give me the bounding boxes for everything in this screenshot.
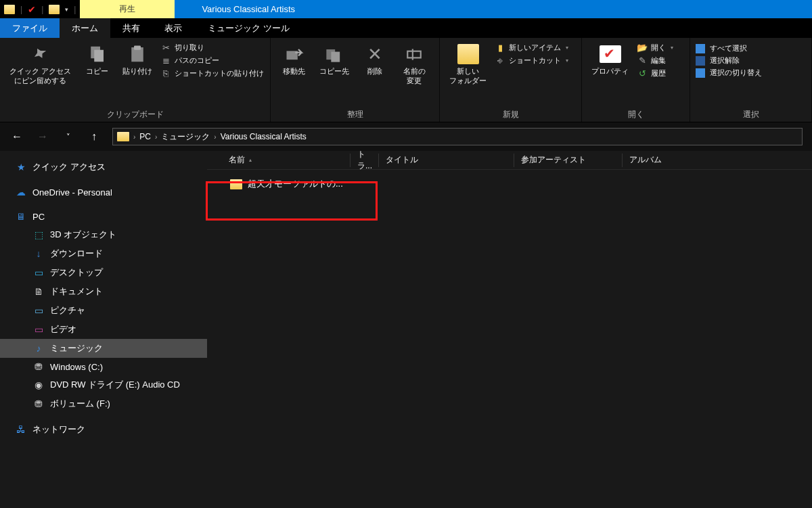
- paste-shortcut-label: ショートカットの貼り付け: [175, 68, 264, 78]
- rename-button[interactable]: 名前の 変更: [397, 41, 432, 89]
- history-button[interactable]: ↺履歴: [637, 68, 673, 78]
- col-name[interactable]: 名前: [222, 154, 351, 167]
- desktop-icon: ▭: [32, 267, 45, 278]
- new-item-icon: ▮: [495, 42, 505, 53]
- list-item[interactable]: 超天才モーツァルトの...: [207, 174, 812, 194]
- chevron-right-icon[interactable]: ›: [133, 133, 135, 141]
- copy-button[interactable]: コピー: [79, 41, 114, 79]
- properties-label: プロパティ: [591, 67, 629, 76]
- edit-button[interactable]: ✎編集: [637, 55, 673, 66]
- nav-pictures[interactable]: ▭ピクチャ: [0, 301, 207, 320]
- invert-selection-button[interactable]: 選択の切り替え: [696, 68, 762, 78]
- tab-view[interactable]: 表示: [152, 18, 194, 38]
- copy-path-button[interactable]: ≣パスのコピー: [160, 55, 264, 66]
- group-select-label: 選択: [696, 107, 806, 120]
- nav-music[interactable]: ♪ミュージック: [0, 339, 207, 358]
- checkmark-icon: ✔: [28, 4, 36, 15]
- tab-home[interactable]: ホーム: [60, 18, 110, 38]
- pin-icon: [30, 43, 51, 65]
- col-album[interactable]: アルバム: [623, 154, 731, 167]
- tab-music-tools[interactable]: ミュージック ツール: [196, 18, 302, 38]
- move-label: 移動先: [283, 67, 305, 76]
- col-artist[interactable]: 参加アーティスト: [514, 154, 623, 167]
- nav-pc[interactable]: 🖥PC: [0, 208, 207, 225]
- properties-button[interactable]: プロパティ: [587, 41, 633, 79]
- ribbon-tabs: ファイル ホーム 共有 表示 ミュージック ツール: [0, 18, 812, 38]
- tab-file[interactable]: ファイル: [0, 18, 60, 38]
- nav-desktop[interactable]: ▭デスクトップ: [0, 263, 207, 282]
- cut-button[interactable]: ✂切り取り: [160, 42, 264, 53]
- pc-icon: 🖥: [15, 211, 27, 222]
- nav-drive-e[interactable]: ◉DVD RW ドライブ (E:) Audio CD: [0, 375, 207, 394]
- body: ★クイック アクセス ☁OneDrive - Personal 🖥PC ⬚3D …: [0, 151, 812, 508]
- copy-to-label: コピー先: [319, 67, 349, 76]
- breadcrumb-pc[interactable]: PC: [139, 132, 151, 141]
- history-label: 履歴: [651, 68, 666, 78]
- chevron-down-icon[interactable]: ▾: [65, 6, 68, 13]
- delete-button[interactable]: ✕ 削除: [357, 41, 392, 79]
- group-clipboard: クイック アクセス にピン留めする コピー 貼り付け ✂切り取り ≣パスのコピー…: [0, 38, 271, 122]
- history-icon: ↺: [637, 68, 648, 78]
- open-button[interactable]: 📂開く▾: [637, 42, 673, 53]
- cut-label: 切り取り: [175, 43, 204, 53]
- folder-icon: [117, 132, 129, 141]
- pin-button[interactable]: クイック アクセス にピン留めする: [5, 41, 75, 89]
- nav-videos-label: ビデオ: [50, 323, 76, 336]
- nav-downloads[interactable]: ↓ダウンロード: [0, 244, 207, 263]
- divider: |: [20, 5, 22, 14]
- col-track[interactable]: トラ...: [351, 154, 379, 167]
- select-none-button[interactable]: 選択解除: [696, 55, 762, 66]
- folder-icon: [230, 179, 242, 189]
- paste-button[interactable]: 貼り付け: [118, 41, 156, 79]
- nav-recent-button[interactable]: ˅: [61, 129, 76, 144]
- breadcrumb-folder[interactable]: Various Classical Artists: [221, 132, 307, 141]
- nav-quick-access-label: クイック アクセス: [32, 161, 106, 173]
- folder-icon: [49, 5, 60, 14]
- divider: |: [74, 5, 76, 14]
- select-all-button[interactable]: すべて選択: [696, 43, 762, 53]
- nav-3d-objects[interactable]: ⬚3D オブジェクト: [0, 225, 207, 244]
- col-title[interactable]: タイトル: [379, 154, 514, 167]
- breadcrumb-music[interactable]: ミュージック: [161, 131, 210, 143]
- nav-3d-label: 3D オブジェクト: [50, 229, 116, 241]
- nav-documents[interactable]: 🗎ドキュメント: [0, 282, 207, 301]
- svg-rect-3: [134, 46, 141, 50]
- copy-to-button[interactable]: コピー先: [315, 41, 353, 79]
- nav-up-button[interactable]: ↑: [87, 129, 102, 144]
- picture-icon: ▭: [32, 305, 45, 316]
- nav-music-label: ミュージック: [50, 342, 103, 354]
- nav-downloads-label: ダウンロード: [50, 248, 103, 260]
- nav-back-button[interactable]: ←: [9, 129, 24, 144]
- move-icon: [283, 43, 304, 65]
- scissors-icon: ✂: [160, 42, 171, 53]
- nav-quick-access[interactable]: ★クイック アクセス: [0, 158, 207, 177]
- nav-pictures-label: ピクチャ: [50, 304, 85, 317]
- select-none-icon: [696, 56, 705, 66]
- breadcrumb[interactable]: › PC › ミュージック › Various Classical Artist…: [112, 128, 803, 145]
- new-item-button[interactable]: ▮新しいアイテム▾: [495, 42, 568, 53]
- cube-icon: ⬚: [32, 229, 45, 240]
- new-shortcut-button[interactable]: ⎆ショートカット▾: [495, 55, 568, 66]
- properties-icon: [600, 43, 621, 65]
- paste-shortcut-button[interactable]: ⎘ショートカットの貼り付け: [160, 68, 264, 78]
- group-open: プロパティ 📂開く▾ ✎編集 ↺履歴 開く: [582, 38, 690, 122]
- select-all-label: すべて選択: [710, 43, 747, 53]
- chevron-right-icon[interactable]: ›: [155, 133, 157, 141]
- nav-forward-button[interactable]: →: [35, 129, 50, 144]
- tab-share[interactable]: 共有: [110, 18, 152, 38]
- open-icon: 📂: [637, 42, 648, 53]
- nav-desktop-label: デスクトップ: [50, 267, 103, 279]
- nav-network[interactable]: 🖧ネットワーク: [0, 420, 207, 439]
- delete-icon: ✕: [364, 43, 386, 65]
- nav-drive-f[interactable]: ⛃ボリューム (F:): [0, 394, 207, 413]
- nav-onedrive[interactable]: ☁OneDrive - Personal: [0, 183, 207, 201]
- chevron-right-icon[interactable]: ›: [214, 133, 216, 141]
- nav-drive-c[interactable]: ⛃Windows (C:): [0, 358, 207, 375]
- divider: |: [41, 5, 43, 14]
- file-name: 超天才モーツァルトの...: [248, 178, 343, 190]
- column-headers: 名前 トラ... タイトル 参加アーティスト アルバム: [207, 151, 812, 170]
- new-folder-button[interactable]: 新しい フォルダー: [445, 41, 491, 89]
- nav-videos[interactable]: ▭ビデオ: [0, 320, 207, 339]
- clipboard-small-list: ✂切り取り ≣パスのコピー ⎘ショートカットの貼り付け: [160, 41, 264, 78]
- move-to-button[interactable]: 移動先: [276, 41, 311, 79]
